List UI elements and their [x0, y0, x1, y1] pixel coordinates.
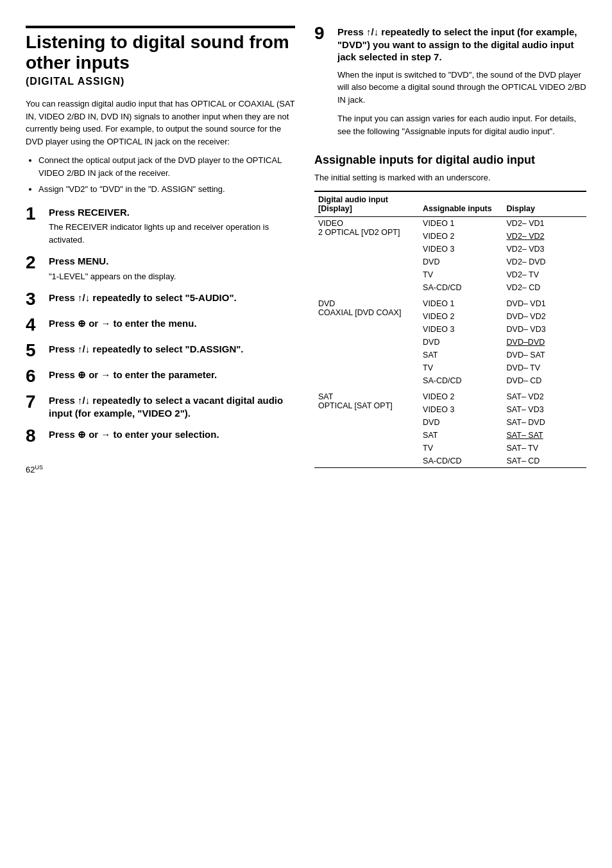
assignable-input: VIDEO 2 [419, 230, 502, 243]
bullet-list: Connect the optical output jack of the D… [38, 154, 295, 196]
right-column: 9 Press ↑/↓ repeatedly to select the inp… [314, 26, 586, 475]
display-value: DVD–DVD [503, 336, 586, 349]
step-1: 1 Press RECEIVER. The RECEIVER indicator… [26, 206, 295, 247]
title-block: Listening to digital sound from other in… [26, 26, 295, 87]
subtitle: (DIGITAL ASSIGN) [26, 76, 295, 87]
assignable-input: SAT [419, 429, 502, 442]
table-row: VIDEO2 OPTICAL [VD2 OPT]VIDEO 1VD2– VD1 [314, 216, 586, 230]
step-6-number: 6 [26, 367, 45, 385]
step-9-desc2: The input you can assign varies for each… [337, 112, 586, 137]
col-header-assignable: Assignable inputs [419, 191, 502, 217]
step-8-title: Press ⊕ or → to enter your selection. [49, 428, 295, 441]
step-3: 3 Press ↑/↓ repeatedly to select "5-AUDI… [26, 291, 295, 308]
display-value: DVD– TV [503, 361, 586, 374]
table-row: SATOPTICAL [SAT OPT]VIDEO 2SAT– VD2 [314, 390, 586, 403]
display-value: DVD– VD3 [503, 323, 586, 336]
step-7-number: 7 [26, 393, 45, 411]
display-value: SAT– VD2 [503, 390, 586, 403]
assignable-input: VIDEO 2 [419, 390, 502, 403]
assignable-title: Assignable inputs for digital audio inpu… [314, 153, 586, 168]
intro-paragraph: You can reassign digital audio input tha… [26, 98, 295, 148]
bullet-item-2: Assign "VD2" to "DVD" in the "D. ASSIGN"… [38, 183, 295, 196]
step-6: 6 Press ⊕ or → to enter the parameter. [26, 369, 295, 385]
step-1-number: 1 [26, 205, 45, 223]
page-number: 62US [26, 464, 295, 474]
step-4: 4 Press ⊕ or → to enter the menu. [26, 317, 295, 334]
step-2-title: Press MENU. [49, 255, 295, 268]
assignable-input: VIDEO 1 [419, 297, 502, 310]
assignable-input: TV [419, 442, 502, 455]
display-value: SAT– CD [503, 455, 586, 468]
table-header-row: Digital audio input [Display] Assignable… [314, 191, 586, 217]
assignable-input: TV [419, 361, 502, 374]
assignable-desc: The initial setting is marked with an un… [314, 171, 586, 184]
step-3-number: 3 [26, 290, 45, 308]
step-3-title: Press ↑/↓ repeatedly to select "5-AUDIO"… [49, 291, 295, 304]
assignable-input: DVD [419, 336, 502, 349]
display-value: VD2– VD3 [503, 243, 586, 256]
display-value: VD2– CD [503, 281, 586, 297]
step-6-title: Press ⊕ or → to enter the parameter. [49, 369, 295, 381]
step-9-desc1: When the input is switched to "DVD", the… [337, 69, 586, 107]
step-2: 2 Press MENU. "1-LEVEL" appears on the d… [26, 255, 295, 282]
step-1-desc: The RECEIVER indicator lights up and rec… [49, 221, 295, 246]
display-value: SAT– VD3 [503, 403, 586, 416]
step-8: 8 Press ⊕ or → to enter your selection. [26, 428, 295, 445]
assignable-input: VIDEO 3 [419, 323, 502, 336]
assignable-input: SA-CD/CD [419, 281, 502, 297]
step-2-number: 2 [26, 254, 45, 272]
display-value: DVD– SAT [503, 349, 586, 361]
step-1-title: Press RECEIVER. [49, 206, 295, 219]
step-8-number: 8 [26, 427, 45, 445]
main-title: Listening to digital sound from other in… [26, 32, 295, 73]
left-column: Listening to digital sound from other in… [26, 26, 295, 475]
display-value: DVD– CD [503, 374, 586, 390]
display-value: VD2– VD2 [503, 230, 586, 243]
group-label: DVDCOAXIAL [DVD COAX] [314, 297, 419, 390]
assignable-section: Assignable inputs for digital audio inpu… [314, 153, 586, 468]
table-row: DVDCOAXIAL [DVD COAX]VIDEO 1DVD– VD1 [314, 297, 586, 310]
step-5-title: Press ↑/↓ repeatedly to select "D.ASSIGN… [49, 343, 295, 356]
assignable-input: SA-CD/CD [419, 374, 502, 390]
step-9: 9 Press ↑/↓ repeatedly to select the inp… [314, 26, 586, 144]
group-label: SATOPTICAL [SAT OPT] [314, 390, 419, 468]
display-value: VD2– DVD [503, 256, 586, 268]
step-7: 7 Press ↑/↓ repeatedly to select a vacan… [26, 394, 295, 419]
assignable-input: VIDEO 3 [419, 243, 502, 256]
display-value: DVD– VD1 [503, 297, 586, 310]
step-4-title: Press ⊕ or → to enter the menu. [49, 317, 295, 330]
step-7-title: Press ↑/↓ repeatedly to select a vacant … [49, 394, 295, 419]
step-2-desc: "1-LEVEL" appears on the display. [49, 270, 295, 283]
assignable-input: TV [419, 268, 502, 281]
col-header-digital: Digital audio input [Display] [314, 191, 419, 217]
step-4-number: 4 [26, 316, 45, 334]
assignable-input: SAT [419, 349, 502, 361]
bullet-item-1: Connect the optical output jack of the D… [38, 154, 295, 179]
step-5: 5 Press ↑/↓ repeatedly to select "D.ASSI… [26, 343, 295, 360]
input-table: Digital audio input [Display] Assignable… [314, 191, 586, 468]
step-9-title: Press ↑/↓ repeatedly to select the input… [337, 26, 586, 64]
step-9-number: 9 [314, 24, 334, 42]
assignable-input: DVD [419, 416, 502, 429]
step-5-number: 5 [26, 342, 45, 360]
page-layout: Listening to digital sound from other in… [26, 26, 586, 475]
group-label: VIDEO2 OPTICAL [VD2 OPT] [314, 216, 419, 297]
display-value: VD2– TV [503, 268, 586, 281]
display-value: SAT– DVD [503, 416, 586, 429]
display-value: SAT– SAT [503, 429, 586, 442]
col-header-display: Display [503, 191, 586, 217]
assignable-input: DVD [419, 256, 502, 268]
assignable-input: VIDEO 1 [419, 216, 502, 230]
display-value: VD2– VD1 [503, 216, 586, 230]
assignable-input: VIDEO 2 [419, 310, 502, 323]
assignable-input: VIDEO 3 [419, 403, 502, 416]
display-value: SAT– TV [503, 442, 586, 455]
display-value: DVD– VD2 [503, 310, 586, 323]
assignable-input: SA-CD/CD [419, 455, 502, 468]
